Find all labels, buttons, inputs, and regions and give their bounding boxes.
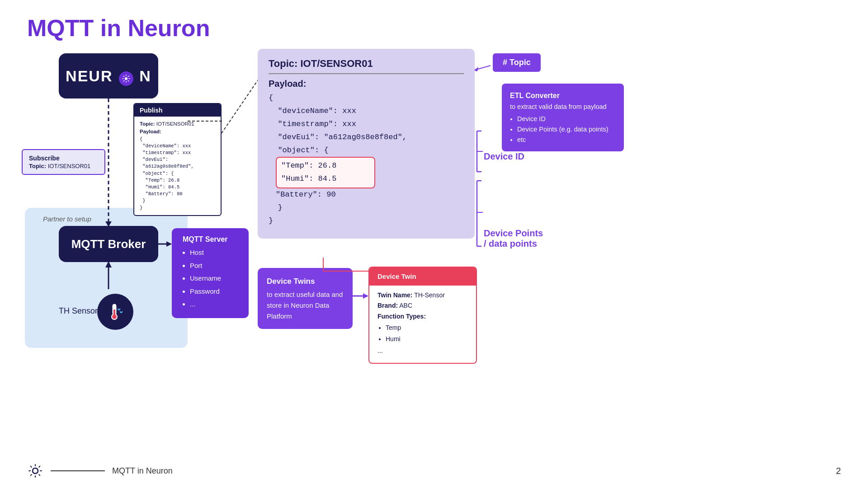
payload-object-open: "object": { [269, 144, 464, 157]
publish-body: Topic: IOT/SENSOR01 Payload: { "deviceNa… [134, 117, 221, 215]
payload-close-brace: } [269, 215, 464, 228]
main-payload-code: { "deviceName": xxx "timestramp": xxx "d… [269, 92, 464, 228]
mqtt-broker-label: MQTT Broker [71, 237, 146, 251]
partner-label: Partner to setup [43, 215, 91, 223]
mqtt-server-username: Username [190, 272, 238, 285]
footer-gear-icon [27, 463, 43, 479]
mqtt-broker-box: MQTT Broker [59, 226, 158, 262]
subscribe-topic: Topic: IOT/SENSOR01 [29, 163, 98, 169]
device-twin-box: Device Twin Twin Name: TH-Sensor Brand: … [368, 267, 477, 364]
svg-marker-14 [363, 293, 368, 299]
mqtt-server-etc: ... [190, 298, 238, 311]
twin-name-label: Twin Name: [377, 291, 413, 299]
twin-function-humi: Humi [386, 333, 468, 345]
etl-item-device-points: Device Points (e.g. data points) [517, 124, 616, 135]
payload-humi: "Humi": 84.5 [281, 173, 370, 186]
mqtt-server-list: Host Port Username Password ... [183, 246, 238, 311]
main-topic-line: Topic: IOT/SENSOR01 [269, 58, 464, 74]
main-panel: Topic: IOT/SENSOR01 Payload: { "deviceNa… [258, 49, 475, 239]
payload-line-open-brace: { [269, 92, 464, 105]
publish-box: Publish Topic: IOT/SENSOR01 Payload: { "… [133, 103, 222, 216]
subscribe-topic-value: IOT/SENSOR01 [48, 163, 91, 169]
svg-line-26 [475, 66, 491, 70]
main-payload-label: Payload: [269, 79, 464, 89]
neuron-logo-box: NEUR N [59, 53, 158, 99]
publish-topic-label: Topic: [140, 121, 155, 127]
mqtt-server-box: MQTT Server Host Port Username Password … [172, 228, 249, 318]
twin-name-row: Twin Name: TH-Sensor [377, 290, 468, 301]
th-sensor-icon [97, 294, 133, 330]
etl-item-etc: etc [517, 135, 616, 145]
publish-topic-value: IOT/SENSOR01 [156, 121, 194, 127]
mqtt-server-host: Host [190, 246, 238, 259]
twin-name-value: TH-Sensor [414, 291, 445, 299]
highlighted-data-points: "Temp": 26.8 "Humi": 84.5 [276, 157, 375, 188]
topic-badge: # Topic [493, 53, 541, 72]
twin-brand-value: ABC [399, 302, 412, 309]
twin-function-temp: Temp [386, 322, 468, 333]
twin-brand-row: Brand: ABC [377, 300, 468, 311]
payload-object-close: } [269, 202, 464, 215]
neuron-logo-text: NEUR N [66, 67, 151, 85]
device-twin-header: Device Twin [369, 267, 476, 286]
device-id-label: Device ID [484, 151, 524, 162]
twin-brand-label: Brand: [377, 302, 398, 309]
mqtt-server-password: Password [190, 285, 238, 298]
publish-payload-content: { "deviceName": xxx "timestramp": xxx "d… [140, 136, 215, 211]
payload-temp: "Temp": 26.8 [281, 160, 370, 173]
payload-deveui: "devEui": "a612ag0s8e8f8ed", [269, 131, 464, 144]
twin-function-types-label: Function Types: [377, 311, 468, 322]
subscribe-label: Subscribe [29, 155, 98, 162]
etl-title: ETL Converter [510, 90, 616, 102]
etl-subtitle: to extract valid data from payload [510, 102, 616, 112]
th-sensor-label: TH Sensor [59, 306, 98, 316]
svg-point-0 [125, 77, 127, 80]
device-points-label: Device Points / data points [484, 228, 543, 249]
device-twins-box: Device Twins to extract useful data and … [258, 268, 353, 329]
neuron-gear-icon [119, 71, 133, 86]
svg-point-28 [33, 468, 38, 474]
main-topic-value: IOT/SENSOR01 [300, 58, 373, 69]
etl-item-device-id: Device ID [517, 114, 616, 124]
footer: MQTT in Neuron 2 [0, 463, 868, 479]
payload-battery: "Battery": 90 [276, 188, 464, 202]
payload-timestamp: "timestramp": xxx [269, 118, 464, 131]
svg-point-4 [112, 314, 117, 319]
device-twins-title: Device Twins [267, 275, 344, 287]
publish-header: Publish [134, 104, 221, 117]
page-title: MQTT in Neuron [27, 14, 210, 42]
footer-divider [51, 470, 105, 471]
footer-label: MQTT in Neuron [112, 466, 173, 476]
etl-list: Device ID Device Points (e.g. data point… [510, 114, 616, 145]
etl-box: ETL Converter to extract valid data from… [502, 84, 624, 151]
svg-line-11 [222, 79, 259, 133]
mqtt-server-port: Port [190, 259, 238, 272]
device-twins-description: to extract useful data and store in Neur… [267, 289, 344, 322]
payload-device-name: "deviceName": xxx [269, 105, 464, 118]
page-number: 2 [836, 466, 841, 476]
subscribe-topic-label: Topic: [29, 163, 46, 169]
main-topic-label: Topic: [269, 58, 300, 69]
subscribe-box: Subscribe Topic: IOT/SENSOR01 [22, 149, 105, 175]
twin-ellipsis: ... [377, 346, 468, 357]
twin-function-types-list: Temp Humi [377, 322, 468, 345]
mqtt-server-title: MQTT Server [183, 235, 238, 244]
publish-payload-label: Payload: [140, 129, 161, 134]
